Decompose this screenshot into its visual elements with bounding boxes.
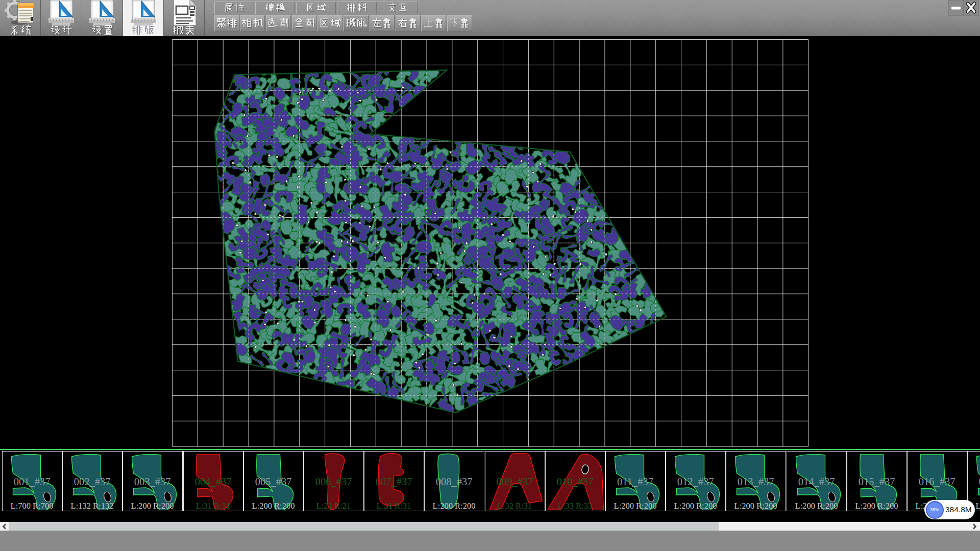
svg-text:014_#37: 014_#37 <box>798 476 835 487</box>
svg-text:009_#37: 009_#37 <box>496 476 533 487</box>
svg-text:L:200 R:200: L:200 R:200 <box>976 501 980 510</box>
svg-text:001_#37: 001_#37 <box>14 476 51 487</box>
svg-text:L:32 R:31: L:32 R:31 <box>497 501 531 510</box>
svg-text:002_#37: 002_#37 <box>74 476 111 487</box>
svg-text:012_#37: 012_#37 <box>677 476 714 487</box>
svg-text:010_#37: 010_#37 <box>556 476 593 487</box>
svg-text:015_#37: 015_#37 <box>858 476 895 487</box>
svg-text:L:132 R:132: L:132 R:132 <box>71 501 114 510</box>
svg-text:L:200 R:200: L:200 R:200 <box>795 501 838 510</box>
svg-text:L:200 R:200: L:200 R:200 <box>614 501 657 510</box>
svg-text:L:31 R:31: L:31 R:31 <box>195 501 230 510</box>
svg-text:L:200 R:200: L:200 R:200 <box>433 501 476 510</box>
svg-text:L:31 R:31: L:31 R:31 <box>377 501 411 510</box>
svg-text:011_#37: 011_#37 <box>617 476 653 487</box>
svg-text:008_#37: 008_#37 <box>436 476 473 487</box>
svg-text:L:21 R:21: L:21 R:21 <box>316 501 351 510</box>
svg-text:003_#37: 003_#37 <box>134 476 171 487</box>
svg-text:005_#37: 005_#37 <box>255 476 291 487</box>
svg-text:013_#37: 013_#37 <box>738 476 774 487</box>
svg-text:L:700 R:700: L:700 R:700 <box>11 501 54 510</box>
svg-text:006_#37: 006_#37 <box>315 476 352 487</box>
svg-text:L:200 R:200: L:200 R:200 <box>855 501 898 510</box>
svg-text:L:200 R:200: L:200 R:200 <box>674 501 717 510</box>
svg-text:L:200 R:200: L:200 R:200 <box>734 501 777 510</box>
svg-text:004_#37: 004_#37 <box>194 476 231 487</box>
svg-text:016_#37: 016_#37 <box>919 476 955 487</box>
svg-text:L:33 R:33: L:33 R:33 <box>558 501 592 510</box>
svg-text:L:200 R:200: L:200 R:200 <box>252 501 295 510</box>
svg-text:007_#37: 007_#37 <box>376 476 412 487</box>
svg-text:L:200 R:200: L:200 R:200 <box>131 501 174 510</box>
